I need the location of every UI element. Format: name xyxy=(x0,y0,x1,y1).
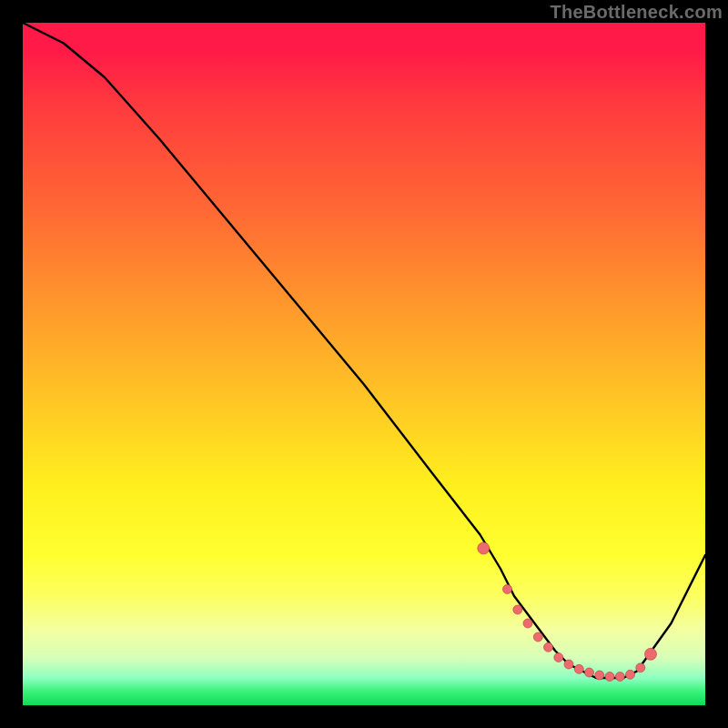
marker-dot xyxy=(544,642,553,652)
watermark-text: TheBottleneck.com xyxy=(550,2,723,23)
marker-dot xyxy=(574,664,583,673)
marker-dot xyxy=(564,660,573,669)
marker-dot xyxy=(626,670,635,679)
chart-frame: TheBottleneck.com xyxy=(0,0,728,728)
highlight-markers xyxy=(478,542,657,682)
marker-dot xyxy=(554,653,563,662)
marker-dot xyxy=(585,668,594,677)
curve-layer xyxy=(23,23,705,705)
marker-dot xyxy=(615,672,624,682)
marker-dot xyxy=(513,605,522,614)
plot-area xyxy=(23,23,705,705)
marker-dot xyxy=(605,672,614,682)
marker-dot xyxy=(595,671,604,680)
marker-dot xyxy=(636,663,645,672)
marker-dot xyxy=(503,585,512,594)
bottleneck-curve xyxy=(23,23,705,678)
marker-dot xyxy=(533,632,542,642)
marker-dot xyxy=(478,542,490,554)
marker-dot xyxy=(523,619,532,628)
marker-dot xyxy=(645,648,657,660)
